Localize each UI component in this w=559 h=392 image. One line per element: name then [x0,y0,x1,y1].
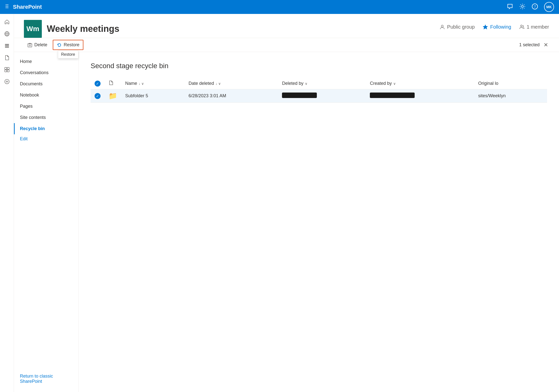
svg-rect-11 [5,70,7,72]
rail-home-icon[interactable] [2,17,12,27]
table-header: ✓ Name ↓ ∨ [91,78,547,89]
sidebar-item-site-contents[interactable]: Site contents [14,112,78,123]
waffle-menu-icon[interactable]: ⠿ [5,4,9,10]
nav-footer: Return to classic SharePoint [14,370,78,388]
public-group-label: Public group [447,24,475,30]
table-row[interactable]: ✓ 📁 Subfolder 5 6/28/2023 3:01 AM [91,89,547,103]
user-avatar[interactable]: MK [544,2,554,12]
svg-point-16 [441,25,443,27]
rail-add-icon[interactable] [2,77,12,87]
following-item[interactable]: Following [483,24,511,30]
restore-tooltip: Restore [58,50,78,58]
command-bar-right: 1 selected ✕ [519,41,549,49]
site-title: Weekly meetings [47,24,119,34]
selected-count-text: 1 selected [519,42,540,48]
svg-text:?: ? [534,4,536,9]
th-deleted-by[interactable]: Deleted by ∨ [278,78,366,89]
help-icon[interactable]: ? [532,3,538,11]
svg-marker-17 [483,25,488,29]
site-logo: Wm [24,20,42,38]
svg-rect-10 [7,67,9,69]
select-all-checkbox[interactable]: ✓ [95,81,101,87]
row-checkbox[interactable]: ✓ [91,89,105,103]
delete-button[interactable]: Delete [24,40,51,49]
delete-icon [27,43,32,48]
recycle-bin-table: ✓ Name ↓ ∨ [91,78,547,103]
row-date-deleted: 6/28/2023 3:01 AM [185,89,278,103]
nav-spacer [14,144,78,370]
row-name: Subfolder 5 [121,89,185,103]
svg-point-0 [521,5,523,7]
svg-rect-19 [28,44,32,47]
svg-rect-9 [5,67,7,69]
row-checkbox-checked: ✓ [95,93,101,99]
sidebar-navigation: Home Conversations Documents Notebook Pa… [14,52,79,392]
top-nav-icons: ? MK [507,2,554,12]
svg-rect-12 [7,70,9,72]
site-area: Wm Weekly meetings Public group Followin… [14,14,559,392]
th-file-type-icon [105,78,121,89]
app-title: SharePoint [13,4,507,10]
restore-button[interactable]: Restore [53,40,83,50]
created-by-redacted [370,93,415,98]
sidebar-item-conversations[interactable]: Conversations [14,67,78,78]
following-label: Following [490,24,511,30]
svg-rect-7 [5,46,9,46]
site-header: Wm Weekly meetings Public group Followin… [14,14,559,38]
table-body: ✓ 📁 Subfolder 5 6/28/2023 3:01 AM [91,89,547,103]
sidebar-item-documents[interactable]: Documents [14,78,78,90]
th-created-by[interactable]: Created by ∨ [366,78,474,89]
close-selection-button[interactable]: ✕ [543,41,549,49]
row-original-location: sites/Weeklyn [474,89,547,103]
site-header-left: Wm Weekly meetings [24,20,119,38]
restore-icon [57,43,62,48]
svg-point-18 [520,25,522,27]
folder-icon: 📁 [109,92,117,100]
members-item: 1 member [519,24,549,30]
content-with-sidebar: Home Conversations Documents Notebook Pa… [14,52,559,392]
th-checkbox[interactable]: ✓ [91,78,105,89]
classic-sharepoint-link[interactable]: Return to classic SharePoint [20,374,53,384]
th-name[interactable]: Name ↓ ∨ [121,78,185,89]
command-bar-left: Delete Restore Restore [24,40,83,50]
row-deleted-by [278,89,366,103]
svg-rect-8 [5,47,9,48]
page-title: Second stage recycle bin [91,62,547,70]
main-content: Second stage recycle bin ✓ [79,52,559,392]
member-icon [519,24,525,30]
settings-icon[interactable] [519,3,526,11]
rail-grid-icon[interactable] [2,65,12,75]
site-header-right: Public group Following 1 member [440,24,549,34]
left-rail [0,14,14,392]
members-label: 1 member [527,24,549,30]
public-group-badge: Public group [440,24,475,30]
restore-button-container: Restore Restore [53,40,83,50]
sidebar-item-edit[interactable]: Edit [14,134,78,144]
row-created-by [366,89,474,103]
top-navigation: ⠿ SharePoint ? MK [0,0,559,14]
th-original-location[interactable]: Original lo [474,78,547,89]
sidebar-item-recycle-bin[interactable]: Recycle bin [14,123,78,134]
sidebar-item-notebook[interactable]: Notebook [14,90,78,101]
command-bar: Delete Restore Restore 1 selected ✕ [14,38,559,52]
svg-rect-6 [5,44,9,45]
row-file-icon: 📁 [105,89,121,103]
main-layout: Wm Weekly meetings Public group Followin… [0,14,559,392]
rail-document-icon[interactable] [2,53,12,63]
rail-globe-icon[interactable] [2,29,12,39]
rail-list-icon[interactable] [2,41,12,51]
public-group-icon [440,24,445,30]
th-date-deleted[interactable]: Date deleted ↓ ∨ [185,78,278,89]
star-icon [483,24,488,30]
restore-label: Restore [64,42,79,48]
chat-icon[interactable] [507,3,513,11]
delete-label: Delete [34,42,47,48]
sidebar-item-pages[interactable]: Pages [14,101,78,112]
deleted-by-redacted [282,93,317,98]
